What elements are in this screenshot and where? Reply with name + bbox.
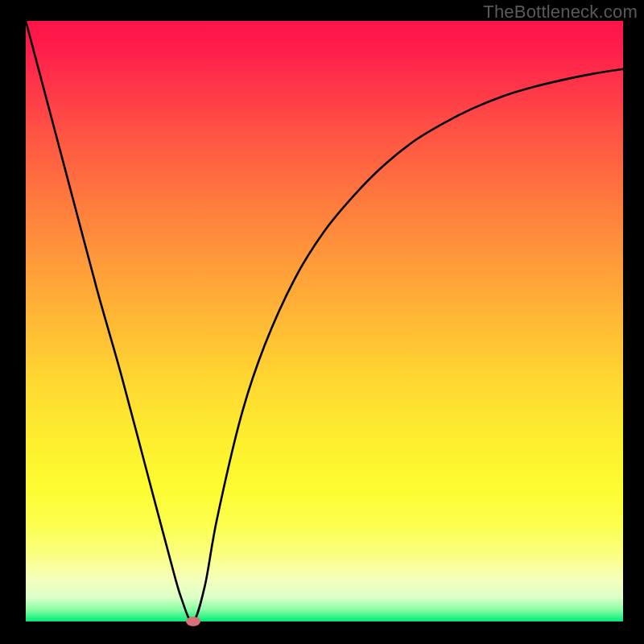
plot-area	[26, 21, 623, 621]
curve-path	[26, 21, 623, 621]
watermark-text: TheBottleneck.com	[483, 2, 638, 23]
minimum-marker	[186, 617, 200, 626]
chart-frame: TheBottleneck.com	[0, 0, 644, 644]
bottleneck-curve	[26, 21, 623, 621]
